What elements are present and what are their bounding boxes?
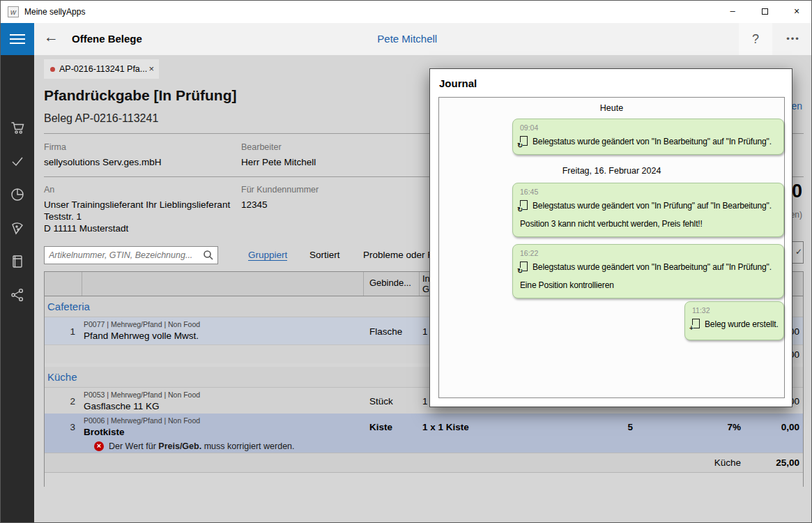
cell-gebinde: Flasche: [369, 326, 402, 336]
menu-button[interactable]: [1, 23, 34, 55]
title-bar: w Meine sellyApps – ×: [1, 1, 811, 23]
journal-panel: Heute 09:04 ↻Belegstatus wurde geändert …: [438, 97, 785, 398]
journal-date-header: Heute: [439, 103, 784, 113]
journal-date-header: Freitag, 16. Februar 2024: [439, 166, 784, 176]
summary-amount: 25,00: [776, 457, 799, 468]
more-button[interactable]: •••: [776, 23, 810, 55]
filter-grouped-link[interactable]: Gruppiert: [248, 250, 287, 261]
book-icon[interactable]: [10, 254, 25, 269]
article-name: Brotkiste: [84, 427, 125, 437]
article-meta: P0077 | Mehrweg/Pfand | Non Food: [84, 320, 200, 328]
partial-action-link[interactable]: en: [791, 100, 802, 112]
column-divider: [363, 272, 364, 296]
column-divider: [82, 272, 82, 296]
entry-note: Position 3 kann nicht verbucht werden, P…: [520, 219, 703, 229]
search-icon[interactable]: [203, 250, 214, 261]
cell-qty: 1: [422, 395, 428, 406]
entry-text: ↻Belegstatus wurde geändert von "In Prüf…: [520, 200, 772, 211]
back-button[interactable]: ←: [44, 29, 59, 45]
entry-time: 16:45: [520, 188, 538, 196]
document-title: Pfandrückgabe [In Prüfung]: [44, 87, 237, 104]
app-logo-icon: w: [8, 6, 19, 17]
search-input[interactable]: [45, 247, 199, 264]
cell-qty: 1: [422, 326, 428, 336]
app-header: ← Offene Belege Pete Mitchell ? •••: [1, 23, 811, 55]
filter-sorted-link[interactable]: Sortiert: [309, 250, 340, 260]
journal-entry[interactable]: 11:32 +Beleg wurde erstellt.: [684, 301, 784, 340]
group-summary-row: Küche 25,00: [45, 453, 803, 473]
header-gebinde[interactable]: Gebinde...: [369, 278, 411, 288]
firma-label: Firma: [44, 142, 66, 152]
entry-time: 11:32: [692, 306, 710, 314]
journal-entry[interactable]: 16:45 ↻Belegstatus wurde geändert von "I…: [512, 183, 784, 237]
entry-text: ↻Belegstatus wurde geändert von "In Bear…: [520, 262, 772, 272]
document-tab[interactable]: AP-0216-113241 Pfa... ×: [44, 59, 159, 79]
table-row-selected[interactable]: 3 P0006 | Mehrweg/Pfand | Non Food Brotk…: [45, 414, 803, 439]
row-number: 2: [45, 395, 75, 406]
error-icon: ×: [94, 441, 104, 451]
an-label: An: [44, 185, 54, 195]
cell-gebinde: Stück: [369, 395, 393, 406]
article-name: Pfand Mehrweg volle Mwst.: [84, 331, 199, 341]
journal-entry[interactable]: 16:22 ↻Belegstatus wurde geändert von "I…: [512, 244, 784, 298]
tab-label: AP-0216-113241 Pfa...: [59, 64, 147, 74]
maximize-icon: [762, 8, 768, 15]
an-value-line1: Unser Trainingslieferant Ihr Lieblingsli…: [44, 199, 230, 210]
page-title: Offene Belege: [72, 33, 142, 45]
row-number: 3: [45, 421, 75, 432]
entry-text: +Beleg wurde erstellt.: [692, 319, 779, 329]
unsaved-indicator-dot: [50, 67, 55, 72]
group-name: Küche: [47, 371, 77, 383]
an-value-line2: Teststr. 1: [44, 211, 82, 222]
group-name: Cafeteria: [47, 301, 90, 312]
share-network-icon[interactable]: [10, 287, 25, 303]
entry-note: Eine Position kontrollieren: [520, 280, 614, 290]
error-text: Der Wert für Preis/Geb. muss korrigiert …: [109, 441, 295, 451]
article-meta: P0053 | Mehrweg/Pfand | Non Food: [84, 391, 200, 399]
document-plus-icon: +: [692, 319, 700, 328]
sidebar: ⚙: [1, 55, 34, 523]
row-number: 1: [45, 326, 75, 336]
entry-text: ↻Belegstatus wurde geändert von "In Bear…: [520, 136, 772, 146]
firma-value: sellysolutions Serv.ges.mbH: [44, 157, 162, 167]
cell-amount: 0,00: [781, 421, 799, 432]
journal-title: Journal: [439, 77, 477, 89]
pie-chart-icon[interactable]: [10, 187, 25, 202]
column-divider: [419, 272, 420, 296]
document-status-icon: ↻: [520, 200, 528, 210]
kundennummer-label: Für Kundennummer: [241, 185, 319, 195]
journal-popup: Journal Heute 09:04 ↻Belegstatus wurde g…: [429, 68, 792, 407]
combobox-mark-icon: ✓: [795, 247, 802, 257]
help-button[interactable]: ?: [739, 23, 772, 55]
app-window: w Meine sellyApps – × ← Offene Belege Pe…: [0, 0, 812, 523]
document-status-icon: ↻: [520, 262, 528, 271]
partial-total-value: 0: [792, 181, 802, 202]
bearbeiter-value: Herr Pete Mitchell: [241, 157, 316, 167]
entry-time: 16:22: [520, 249, 538, 257]
journal-entry[interactable]: 09:04 ↻Belegstatus wurde geändert von "I…: [512, 119, 784, 155]
entry-time: 09:04: [520, 123, 538, 132]
table-footer-space: [45, 473, 803, 487]
kundennummer-value: 12345: [241, 199, 268, 210]
article-search: [44, 246, 218, 264]
document-status-icon: ↻: [520, 136, 528, 146]
user-link[interactable]: Pete Mitchell: [377, 33, 437, 45]
cart-icon[interactable]: [10, 120, 25, 135]
check-icon[interactable]: [10, 153, 25, 169]
cell-qty: 1 x 1 Kiste: [422, 421, 469, 432]
cell-price: 5: [627, 421, 633, 432]
summary-label: Küche: [714, 457, 741, 468]
cell-tax: 7%: [727, 421, 741, 432]
article-name: Gasflasche 11 KG: [84, 401, 160, 411]
close-button[interactable]: ×: [781, 1, 812, 23]
document-number: Beleg AP-0216-113241: [44, 112, 158, 125]
row-error-message: × Der Wert für Preis/Geb. muss korrigier…: [45, 439, 803, 453]
maximize-button[interactable]: [749, 1, 781, 23]
minimize-button[interactable]: –: [717, 1, 749, 23]
tab-close-icon[interactable]: ×: [148, 63, 154, 74]
window-title: Meine sellyApps: [24, 7, 85, 17]
bearbeiter-label: Bearbeiter: [241, 142, 282, 152]
article-meta: P0006 | Mehrweg/Pfand | Non Food: [84, 416, 200, 425]
pizza-slice-icon[interactable]: [10, 220, 25, 236]
an-value-line3: D 11111 Musterstadt: [44, 223, 128, 234]
